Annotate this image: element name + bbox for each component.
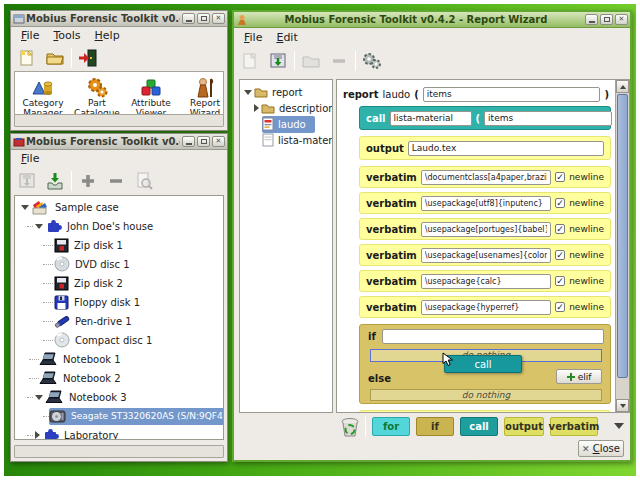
minimize-button[interactable] — [182, 13, 195, 24]
newline-checkbox[interactable] — [555, 224, 565, 234]
scroll-down-button[interactable] — [616, 399, 629, 412]
launcher-attribute-viewer[interactable]: Attribute Viewer — [125, 74, 177, 118]
else-drop-slot[interactable]: do nothing — [370, 389, 602, 401]
menu-help[interactable]: Help — [89, 28, 126, 43]
exit-icon[interactable] — [76, 46, 100, 70]
if-block[interactable]: if do nothing call else elif do nothing — [359, 324, 611, 404]
verbatim-block[interactable]: verbatim newline — [359, 192, 611, 214]
tree-row-laudo[interactable]: laudo — [240, 116, 332, 132]
menu-edit[interactable]: Edit — [270, 30, 303, 45]
close-button[interactable]: ✕ — [212, 13, 225, 24]
new-report-icon[interactable] — [238, 49, 262, 73]
expander-icon[interactable] — [35, 224, 43, 229]
palette-verbatim-block[interactable]: verbatim — [550, 417, 598, 436]
palette-call-block[interactable]: call — [460, 417, 498, 436]
tree-row-floppy-disk-1[interactable]: Floppy disk 1 — [15, 293, 223, 311]
save-icon[interactable] — [266, 49, 290, 73]
trash-icon[interactable] — [338, 415, 362, 439]
expander-icon[interactable] — [35, 395, 43, 400]
menu-file[interactable]: File — [238, 30, 268, 45]
drag-ghost-call-block[interactable]: call — [444, 355, 522, 373]
maximize-button[interactable] — [600, 14, 613, 25]
add-elif-button[interactable]: elif — [556, 369, 602, 384]
verbatim-input[interactable] — [421, 170, 551, 185]
preview-icon[interactable] — [132, 169, 156, 193]
verbatim-input[interactable] — [421, 274, 551, 289]
tree-row-pen-drive-1[interactable]: Pen-drive 1 — [15, 312, 223, 330]
scrollbar-thumb[interactable] — [617, 94, 628, 378]
verbatim-input[interactable] — [421, 300, 551, 315]
case-viewer-titlebar[interactable]: Mobius Forensic Toolkit v0.4.2 - Case Vi… — [11, 134, 227, 150]
menu-file[interactable]: File — [15, 151, 45, 166]
canvas-scrollbar[interactable] — [615, 80, 629, 412]
close-button[interactable]: ✕ — [615, 14, 628, 25]
report-wizard-titlebar[interactable]: Mobius Forensic Toolkit v0.4.2 - Report … — [234, 12, 630, 28]
call-name-input[interactable] — [390, 111, 472, 126]
tree-row-zip-disk-2[interactable]: Zip disk 2 — [15, 274, 223, 292]
verbatim-block[interactable]: verbatim newline — [359, 296, 611, 318]
palette-output-block[interactable]: output — [504, 417, 544, 436]
verbatim-block[interactable]: verbatim newline — [359, 244, 611, 266]
tree-row-john-does-house[interactable]: John Doe's house — [15, 217, 223, 235]
tree-row-notebook-1[interactable]: Notebook 1 — [15, 350, 223, 368]
verbatim-block[interactable]: verbatim newline — [359, 270, 611, 292]
tree-row-sample-case[interactable]: Sample case — [15, 198, 223, 216]
tree-row-notebook-3[interactable]: Notebook 3 — [15, 388, 223, 406]
tree-row-description[interactable]: description — [240, 100, 332, 116]
newline-checkbox[interactable] — [555, 172, 565, 182]
open-case-icon[interactable] — [43, 46, 67, 70]
menu-file[interactable]: File — [15, 28, 45, 43]
newline-checkbox[interactable] — [555, 250, 565, 260]
call-args-input[interactable] — [484, 111, 612, 126]
tree-row-notebook-2[interactable]: Notebook 2 — [15, 369, 223, 387]
minimize-button[interactable] — [585, 14, 598, 25]
report-args-input[interactable] — [423, 87, 601, 102]
open-folder-icon[interactable] — [299, 49, 323, 73]
generate-gears-icon[interactable] — [360, 49, 384, 73]
palette-for-block[interactable]: for — [372, 417, 410, 436]
verbatim-block[interactable]: verbatim newline — [359, 218, 611, 240]
verbatim-block[interactable]: verbatim newline — [359, 166, 611, 188]
remove-icon[interactable] — [104, 169, 128, 193]
verbatim-input[interactable] — [421, 196, 551, 211]
newline-checkbox[interactable] — [555, 198, 565, 208]
main-titlebar[interactable]: Mobius Forensic Toolkit v0.4.2 ✕ — [11, 11, 227, 27]
expander-icon[interactable] — [35, 431, 40, 439]
output-block[interactable]: output — [359, 136, 611, 160]
scroll-up-button[interactable] — [616, 80, 629, 93]
tree-row-compact-disc-1[interactable]: Compact disc 1 — [15, 331, 223, 349]
maximize-button[interactable] — [197, 136, 210, 147]
if-condition-input[interactable] — [382, 329, 604, 344]
save-icon[interactable] — [15, 169, 39, 193]
tree-row-lista-material[interactable]: lista-material — [240, 132, 332, 148]
maximize-button[interactable] — [197, 13, 210, 24]
launcher-category-manager[interactable]: Category Manager — [17, 74, 69, 118]
output-file-input[interactable] — [408, 141, 604, 156]
tree-row-laboratory[interactable]: Laboratory — [15, 426, 223, 440]
tree-row-seagate-selected[interactable]: Seagate ST3320620AS (S/N:9QF41DWF) — [15, 407, 223, 425]
expander-icon[interactable] — [21, 205, 29, 210]
newline-checkbox[interactable] — [555, 302, 565, 312]
minimize-button[interactable] — [182, 136, 195, 147]
launcher-part-catalogue[interactable]: Part Catalogue — [71, 74, 123, 118]
palette-if-block[interactable]: if — [416, 417, 454, 436]
add-icon[interactable] — [76, 169, 100, 193]
remove-icon[interactable] — [327, 49, 351, 73]
newline-checkbox[interactable] — [555, 276, 565, 286]
import-icon[interactable] — [43, 169, 67, 193]
close-button[interactable]: ✕ — [212, 136, 225, 147]
tree-row-report[interactable]: report — [240, 84, 332, 100]
verbatim-input[interactable] — [421, 222, 551, 237]
selected-row-highlight: Seagate ST3320620AS (S/N:9QF41DWF) — [49, 408, 224, 425]
tree-row-zip-disk-1[interactable]: Zip disk 1 — [15, 236, 223, 254]
launcher-report-wizard[interactable]: Report Wizard — [179, 74, 231, 118]
verbatim-input[interactable] — [421, 248, 551, 263]
expander-icon[interactable] — [254, 104, 259, 112]
tree-row-dvd-disc-1[interactable]: DVD disc 1 — [15, 255, 223, 273]
expander-icon[interactable] — [244, 90, 252, 95]
menu-tools[interactable]: Tools — [47, 28, 86, 43]
call-block[interactable]: call ( ) — [359, 106, 611, 130]
new-case-icon[interactable] — [15, 46, 39, 70]
close-dialog-button[interactable]: ✕ Close — [578, 440, 624, 457]
chevron-down-icon[interactable] — [614, 423, 624, 429]
